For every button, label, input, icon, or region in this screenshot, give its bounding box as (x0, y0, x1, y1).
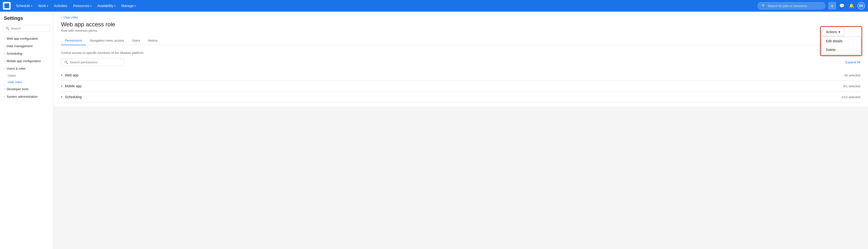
resources-chevron-icon: ▾ (90, 5, 92, 7)
scheduling-section-status: 1/12 selected (842, 95, 860, 99)
developer-tools-chevron-icon: › (4, 88, 5, 91)
page-subtitle: Role with minimum perms (61, 29, 860, 32)
permissions-toolbar: 🔍 Expand All (61, 59, 860, 66)
mobile-app-section-name: Mobile app (65, 84, 82, 88)
main-wrapper: ‹ User roles Web app access role Role wi… (53, 11, 868, 249)
availability-chevron-icon: ▾ (114, 5, 116, 7)
system-admin-chevron-icon: › (4, 95, 5, 98)
dropdown-item-delete[interactable]: Delete (822, 45, 860, 54)
avatar[interactable]: EK (857, 2, 865, 10)
expand-all-button[interactable]: Expand All (845, 61, 860, 64)
nav-item-availability[interactable]: Availability ▾ (95, 2, 118, 9)
sidebar-item-developer-tools[interactable]: › Developer tools (0, 85, 53, 93)
sidebar-title: Settings (0, 15, 53, 25)
main-content: ‹ User roles Web app access role Role wi… (53, 11, 868, 106)
nav-item-resources[interactable]: Resources ▾ (71, 2, 94, 9)
nav-action-area: ＋ 💬 🔔 EK (828, 2, 865, 10)
tab-users[interactable]: Users (128, 36, 144, 45)
actions-dropdown: Edit details Delete (822, 36, 861, 55)
tabs-bar: Permissions Navigation menu access Users… (61, 36, 860, 45)
tab-navigation-menu-access[interactable]: Navigation menu access (86, 36, 128, 45)
permissions-description: Control access to specific functions of … (61, 51, 860, 55)
work-chevron-icon: ▾ (47, 5, 48, 7)
manage-chevron-icon: ▾ (134, 5, 135, 7)
web-app-section-chevron-icon: ▾ (61, 73, 62, 77)
permission-section-scheduling: ▾ Scheduling 1/12 selected (61, 92, 860, 103)
notifications-icon[interactable]: 🔔 (848, 2, 856, 10)
schedule-chevron-icon: ▾ (31, 5, 32, 7)
scheduling-chevron-icon: › (4, 52, 5, 55)
sidebar-sub-item-user-roles[interactable]: User roles (8, 79, 53, 85)
top-navigation: Schedule ▾ Work ▾ Activities Resources ▾… (0, 0, 868, 11)
search-permissions-field[interactable]: 🔍 (61, 59, 124, 66)
page-title: Web app access role (61, 21, 860, 28)
actions-chevron-icon: ▾ (838, 30, 840, 34)
breadcrumb-parent-label: User roles (63, 15, 78, 19)
search-permissions-input[interactable] (70, 61, 121, 64)
nav-item-schedule[interactable]: Schedule ▾ (13, 2, 35, 9)
users-roles-chevron-icon: › (3, 68, 6, 69)
scheduling-section-name: Scheduling (65, 95, 82, 99)
sidebar-search-icon: 🔍 (6, 27, 9, 30)
sidebar-item-data-management[interactable]: › Data management (0, 42, 53, 50)
search-permissions-icon: 🔍 (64, 61, 68, 64)
content-inner: ‹ User roles Web app access role Role wi… (53, 11, 868, 106)
actions-highlight-border: Actions ▾ Edit details Delete (820, 26, 862, 56)
mobile-app-section-chevron-icon: ▾ (61, 84, 62, 88)
app-layout: Settings 🔍 › Web app configuration › Dat… (0, 11, 868, 249)
web-app-section-name: Web app (65, 73, 79, 77)
sidebar-item-web-app-config[interactable]: › Web app configuration (0, 35, 53, 42)
actions-button[interactable]: Actions ▾ (822, 28, 844, 36)
breadcrumb[interactable]: ‹ User roles (61, 15, 860, 19)
sidebar-item-mobile-app-config[interactable]: › Mobile app configuration (0, 57, 53, 65)
actions-area: Actions ▾ Edit details Delete (820, 26, 862, 56)
sidebar-sub-users-roles: Users User roles (0, 72, 53, 85)
nav-item-activities[interactable]: Activities (52, 2, 70, 9)
mobile-app-config-chevron-icon: › (4, 60, 5, 62)
permission-section-mobile-app: ▾ Mobile app 0/1 selected (61, 81, 860, 92)
chat-icon[interactable]: 💬 (838, 2, 846, 10)
web-app-config-chevron-icon: › (4, 37, 5, 40)
app-logo[interactable] (3, 2, 11, 10)
sidebar-search-input[interactable] (11, 27, 48, 30)
add-button[interactable]: ＋ (828, 2, 836, 10)
data-management-chevron-icon: › (4, 45, 5, 47)
scheduling-section-chevron-icon: ▾ (61, 95, 62, 99)
sidebar: Settings 🔍 › Web app configuration › Dat… (0, 11, 53, 249)
sidebar-item-users-roles[interactable]: › Users & roles (0, 65, 53, 72)
breadcrumb-chevron-icon: ‹ (61, 15, 62, 19)
sidebar-item-system-admin[interactable]: › System administration (0, 93, 53, 100)
dropdown-item-edit-details[interactable]: Edit details (822, 37, 860, 45)
sidebar-item-scheduling[interactable]: › Scheduling (0, 50, 53, 57)
nav-item-work[interactable]: Work ▾ (36, 2, 51, 9)
tab-permissions[interactable]: Permissions (61, 36, 86, 45)
permission-section-web-app: ▾ Web app All selected (61, 70, 860, 81)
permission-section-mobile-app-header[interactable]: ▾ Mobile app 0/1 selected (61, 84, 860, 88)
permission-section-scheduling-header[interactable]: ▾ Scheduling 1/12 selected (61, 95, 860, 99)
mobile-app-section-status: 0/1 selected (843, 84, 860, 88)
sidebar-search[interactable]: 🔍 (3, 25, 50, 32)
permission-section-web-app-header[interactable]: ▾ Web app All selected (61, 73, 860, 77)
tab-history[interactable]: History (144, 36, 161, 45)
search-icon: 🔍 (762, 4, 766, 8)
sidebar-sub-item-users[interactable]: Users (8, 72, 53, 79)
web-app-section-status: All selected (844, 73, 860, 77)
global-search[interactable]: 🔍 Search for jobs or resources (757, 2, 826, 9)
nav-item-manage[interactable]: Manage ▾ (119, 2, 138, 9)
